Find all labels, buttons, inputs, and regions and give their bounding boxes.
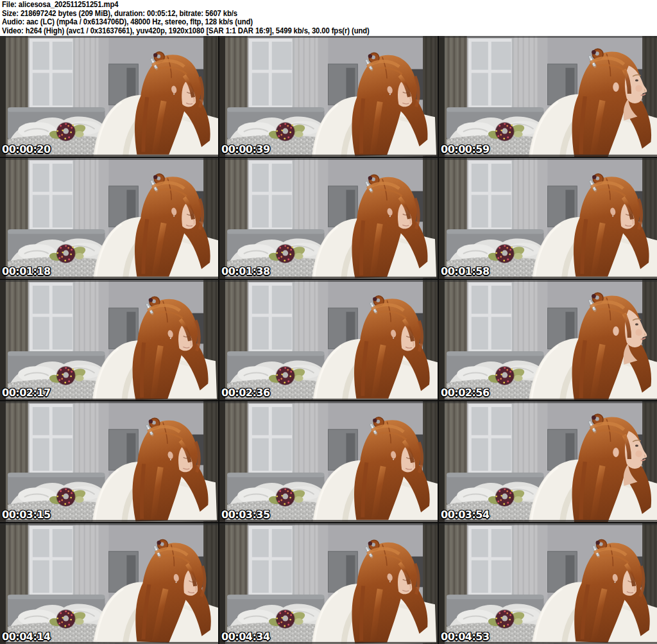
video-info-line: Video: h264 (High) (avc1 / 0x31637661), … xyxy=(2,27,618,36)
sheer-curtain xyxy=(76,401,99,482)
video-frame-preview xyxy=(0,523,218,644)
window xyxy=(468,283,515,352)
timestamp-overlay: 00:01:38 xyxy=(221,265,270,277)
timestamp-overlay: 00:00:20 xyxy=(2,143,51,155)
thumbnail-frame-10: 00:03:15 xyxy=(0,401,218,522)
sheer-curtain xyxy=(295,523,318,604)
thumbnail-frame-8: 00:02:36 xyxy=(219,280,438,401)
thumbnail-frame-2: 00:00:39 xyxy=(219,36,438,157)
window xyxy=(30,39,76,109)
window xyxy=(249,283,295,352)
video-frame-preview xyxy=(439,523,657,644)
video-frame-preview xyxy=(219,36,438,157)
sheer-curtain xyxy=(76,36,99,116)
sheer-curtain xyxy=(76,523,99,604)
frame-top-edge xyxy=(219,280,438,282)
thumbnail-frame-5: 00:01:38 xyxy=(219,158,438,279)
frame-top-edge xyxy=(219,401,438,403)
timestamp-overlay: 00:00:39 xyxy=(221,143,270,155)
timestamp-overlay: 00:03:35 xyxy=(221,509,270,521)
window xyxy=(468,526,515,596)
sheer-curtain xyxy=(295,36,318,116)
frame-top-edge xyxy=(439,401,657,403)
frame-top-edge xyxy=(0,36,218,38)
video-frame-preview xyxy=(219,158,438,279)
sheer-curtain xyxy=(515,523,538,604)
window xyxy=(30,526,76,596)
thumbnail-frame-4: 00:01:18 xyxy=(0,158,218,279)
frame-top-edge xyxy=(219,158,438,160)
timestamp-overlay: 00:04:34 xyxy=(221,631,270,643)
timestamp-overlay: 00:04:53 xyxy=(441,631,490,643)
video-frame-preview xyxy=(219,401,438,522)
window xyxy=(468,39,515,109)
timestamp-overlay: 00:02:36 xyxy=(221,387,270,399)
window xyxy=(249,526,295,596)
window xyxy=(30,161,76,231)
thumbnail-frame-3: 00:00:59 xyxy=(439,36,657,157)
frame-top-edge xyxy=(439,523,657,525)
window xyxy=(30,283,76,352)
thumbnail-frame-11: 00:03:35 xyxy=(219,401,438,522)
thumbnail-frame-7: 00:02:17 xyxy=(0,280,218,401)
sheer-curtain xyxy=(515,158,538,238)
thumbnail-frame-1: 00:00:20 xyxy=(0,36,218,157)
thumbnail-frame-12: 00:03:54 xyxy=(439,401,657,522)
file-info-line: File: alicesosa_202511251251.mp4 xyxy=(2,1,618,10)
media-info-header: File: alicesosa_202511251251.mp4 Size: 2… xyxy=(0,0,657,36)
frame-top-edge xyxy=(219,523,438,525)
contact-sheet: File: alicesosa_202511251251.mp4 Size: 2… xyxy=(0,0,657,644)
thumbnail-frame-13: 00:04:14 xyxy=(0,523,218,644)
window xyxy=(249,161,295,231)
thumbnail-frame-15: 00:04:53 xyxy=(439,523,657,644)
timestamp-overlay: 00:01:58 xyxy=(441,265,490,277)
video-frame-preview xyxy=(0,158,218,279)
thumbnail-grid: 00:00:20 xyxy=(0,36,657,644)
video-frame-preview xyxy=(439,158,657,279)
sheer-curtain xyxy=(515,280,538,360)
video-frame-preview xyxy=(219,280,438,401)
sheer-curtain xyxy=(295,280,318,360)
window xyxy=(249,404,295,474)
sheer-curtain xyxy=(295,401,318,482)
video-frame-preview xyxy=(0,401,218,522)
frame-top-edge xyxy=(439,280,657,282)
sheer-curtain xyxy=(515,36,538,116)
size-info-line: Size: 218697242 bytes (209 MiB), duratio… xyxy=(2,10,618,19)
video-frame-preview xyxy=(0,36,218,157)
timestamp-overlay: 00:01:18 xyxy=(2,265,51,277)
window xyxy=(468,404,515,474)
frame-top-edge xyxy=(0,158,218,160)
timestamp-overlay: 00:02:56 xyxy=(441,387,490,399)
video-frame-preview xyxy=(439,401,657,522)
thumbnail-frame-14: 00:04:34 xyxy=(219,523,438,644)
sheer-curtain xyxy=(295,158,318,238)
timestamp-overlay: 00:00:59 xyxy=(441,143,490,155)
video-frame-preview xyxy=(439,36,657,157)
frame-top-edge xyxy=(0,523,218,525)
window xyxy=(30,404,76,474)
video-frame-preview xyxy=(219,523,438,644)
timestamp-overlay: 00:04:14 xyxy=(2,631,51,643)
frame-top-edge xyxy=(439,36,657,38)
frame-top-edge xyxy=(0,401,218,403)
frame-top-edge xyxy=(439,158,657,160)
frame-top-edge xyxy=(219,36,438,38)
sheer-curtain xyxy=(76,158,99,238)
thumbnail-frame-6: 00:01:58 xyxy=(439,158,657,279)
timestamp-overlay: 00:03:54 xyxy=(441,509,490,521)
thumbnail-frame-9: 00:02:56 xyxy=(439,280,657,401)
sheer-curtain xyxy=(515,401,538,482)
timestamp-overlay: 00:03:15 xyxy=(2,509,51,521)
timestamp-overlay: 00:02:17 xyxy=(2,387,51,399)
audio-info-line: Audio: aac (LC) (mp4a / 0x6134706D), 480… xyxy=(2,18,618,27)
window xyxy=(249,39,295,109)
sheer-curtain xyxy=(76,280,99,360)
window xyxy=(468,161,515,231)
video-frame-preview xyxy=(439,280,657,401)
video-frame-preview xyxy=(0,280,218,401)
frame-top-edge xyxy=(0,280,218,282)
